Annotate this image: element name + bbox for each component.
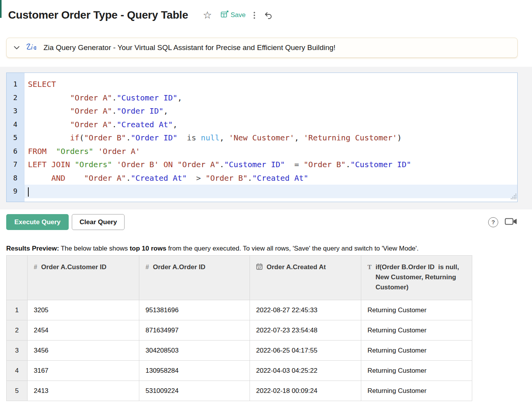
execute-query-button[interactable]: Execute Query <box>6 214 69 230</box>
line-number: 1 <box>7 78 24 91</box>
table-cell: 951381696 <box>139 300 250 320</box>
table-row: 334563042085032022-06-25 04:17:55Returni… <box>7 341 472 361</box>
table-cell: 2022-08-27 22:45:33 <box>250 300 361 320</box>
line-number: 2 <box>7 91 24 105</box>
row-number-cell: 4 <box>7 361 28 381</box>
column-header-label: Order A.Order ID <box>153 262 205 272</box>
results-preview-note: Results Preview: The below table shows t… <box>6 245 526 253</box>
text-column-icon: T <box>367 262 372 272</box>
video-tutorial-icon[interactable] <box>504 217 518 228</box>
svg-text:17: 17 <box>258 266 261 269</box>
table-row: 132059513816962022-08-27 22:45:33Returni… <box>7 300 472 320</box>
code-line[interactable]: FROM "Orders" 'Order A' <box>24 145 517 158</box>
row-number-cell: 5 <box>7 381 28 401</box>
help-icon[interactable]: ? <box>488 217 498 227</box>
code-line[interactable]: LEFT JOIN "Orders" 'Order B' ON "Order A… <box>24 158 517 171</box>
clear-query-button[interactable]: Clear Query <box>72 214 125 230</box>
line-number: 4 <box>7 118 24 131</box>
collapse-chevron-icon[interactable] <box>14 44 20 51</box>
table-cell: 2022-06-25 04:17:55 <box>250 341 361 361</box>
line-number: 8 <box>7 171 24 185</box>
column-header-label: Order A.Created At <box>267 262 326 272</box>
row-number-cell: 3 <box>7 341 28 361</box>
page-title: Customer Order Type - Query Table <box>8 9 188 21</box>
more-options-icon[interactable] <box>253 12 255 19</box>
line-number: 9 <box>7 185 24 198</box>
results-table-body: 132059513816962022-08-27 22:45:33Returni… <box>7 300 472 401</box>
undo-icon[interactable] <box>264 11 273 19</box>
zia-banner-text: Zia Query Generator - Your Virtual SQL A… <box>43 43 336 52</box>
row-number-cell: 2 <box>7 320 28 341</box>
column-header-label: if(Order B.Order ID is null, New Custome… <box>376 262 466 292</box>
table-cell: 3456 <box>28 341 139 361</box>
line-number: 6 <box>7 145 24 158</box>
table-cell: Returning Customer <box>361 320 472 341</box>
text-cursor <box>28 187 29 197</box>
numeric-column-icon: # <box>146 262 149 272</box>
column-header: 17Order A.Created At <box>250 256 361 300</box>
table-cell: 531009224 <box>139 381 250 401</box>
line-number: 5 <box>7 131 24 145</box>
code-line[interactable]: if("Order B"."Order ID" is null, 'New Cu… <box>24 131 517 145</box>
column-header: Tif(Order B.Order ID is null, New Custom… <box>361 256 472 300</box>
table-cell: 2022-07-23 23:54:48 <box>250 320 361 341</box>
table-cell: 3167 <box>28 361 139 381</box>
table-cell: Returning Customer <box>361 361 472 381</box>
table-cell: 3205 <box>28 300 139 320</box>
resize-grip-icon[interactable] <box>511 194 517 201</box>
table-cell: 130958284 <box>139 361 250 381</box>
top-rows-label: top 10 rows <box>130 245 166 252</box>
editor-code-area[interactable]: SELECT "Order A"."Customer ID", "Order A… <box>24 73 517 202</box>
zia-logo-icon <box>26 42 38 53</box>
save-label: Save <box>230 11 246 19</box>
line-number: 3 <box>7 104 24 118</box>
favorite-star-icon[interactable]: ☆ <box>203 10 212 20</box>
column-header-label: Order A.Customer ID <box>41 262 106 272</box>
column-header: #Order A.Order ID <box>139 256 250 300</box>
code-line[interactable]: "Order A"."Order ID", <box>24 104 517 118</box>
results-table-header: #Order A.Customer ID#Order A.Order ID17O… <box>7 256 472 300</box>
table-cell: Returning Customer <box>361 300 472 320</box>
table-cell: 2022-02-18 00:09:24 <box>250 381 361 401</box>
save-icon <box>220 10 229 20</box>
date-column-icon: 17 <box>256 262 263 272</box>
code-line[interactable] <box>24 185 517 198</box>
table-cell: 2454 <box>28 320 139 341</box>
window-accent-strip <box>0 0 2 18</box>
zia-banner[interactable]: Zia Query Generator - Your Virtual SQL A… <box>6 38 518 58</box>
row-number-header <box>7 256 28 300</box>
query-editor-panel: 123456789 SELECT "Order A"."Customer ID"… <box>0 67 532 209</box>
table-row: 224548716349972022-07-23 23:54:48Returni… <box>7 320 472 341</box>
row-number-cell: 1 <box>7 300 28 320</box>
numeric-column-icon: # <box>34 262 37 272</box>
editor-gutter: 123456789 <box>7 73 24 202</box>
results-preview-label: Results Preview: <box>6 245 59 252</box>
table-cell: Returning Customer <box>361 381 472 401</box>
save-button[interactable]: Save <box>220 10 246 20</box>
column-header: #Order A.Customer ID <box>28 256 139 300</box>
header-row: #Order A.Customer ID#Order A.Order ID17O… <box>7 256 472 300</box>
table-cell: 2022-04-03 04:25:22 <box>250 361 361 381</box>
table-cell: 871634997 <box>139 320 250 341</box>
actions-row: Execute Query Clear Query ? <box>6 214 518 230</box>
table-cell: Returning Customer <box>361 341 472 361</box>
code-line[interactable]: SELECT <box>24 78 517 91</box>
code-line[interactable]: AND "Order A"."Created At" > "Order B"."… <box>24 171 517 185</box>
table-row: 431671309582842022-04-03 04:25:22Returni… <box>7 361 472 381</box>
table-cell: 304208503 <box>139 341 250 361</box>
code-line[interactable]: "Order A"."Customer ID", <box>24 91 517 105</box>
sql-editor[interactable]: 123456789 SELECT "Order A"."Customer ID"… <box>6 73 518 202</box>
results-table: #Order A.Customer ID#Order A.Order ID17O… <box>6 255 472 401</box>
line-number: 7 <box>7 158 24 171</box>
title-bar: Customer Order Type - Query Table ☆ Save <box>8 9 532 22</box>
code-line[interactable]: "Order A"."Created At", <box>24 118 517 131</box>
table-row: 524135310092242022-02-18 00:09:24Returni… <box>7 381 472 401</box>
table-cell: 2413 <box>28 381 139 401</box>
